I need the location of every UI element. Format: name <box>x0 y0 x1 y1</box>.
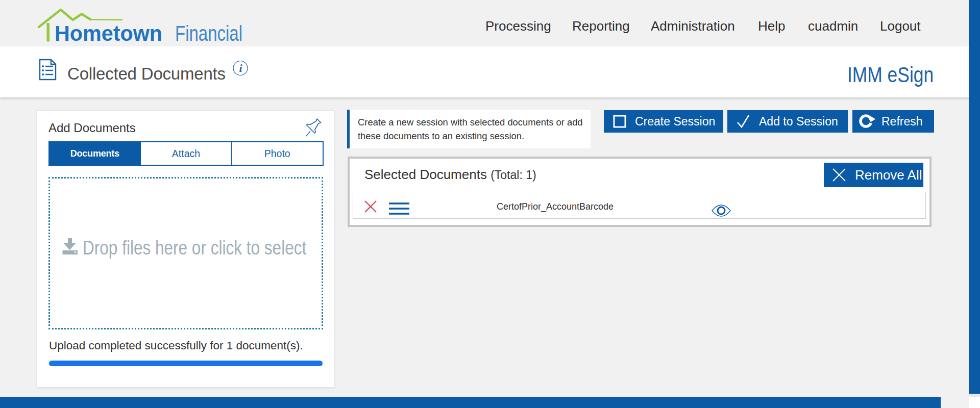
svg-text:Hometown: Hometown <box>55 21 162 45</box>
svg-text:i: i <box>239 62 242 74</box>
svg-text:Financial: Financial <box>175 21 242 45</box>
